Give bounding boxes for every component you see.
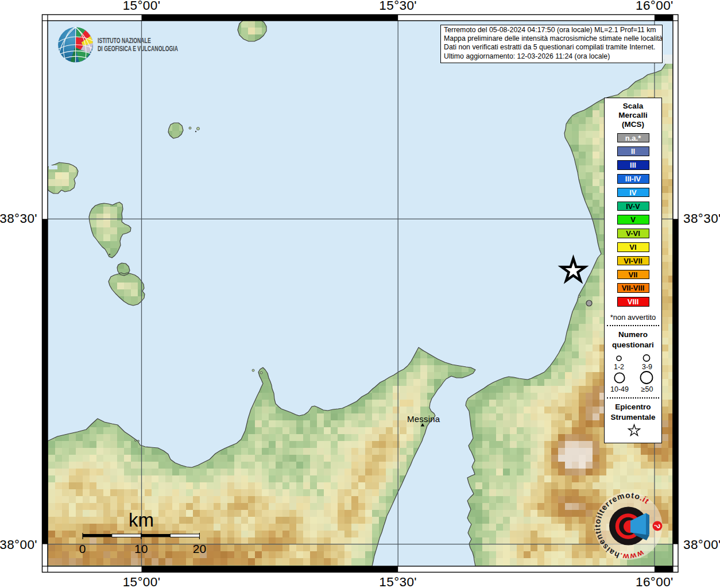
svg-text:20: 20 xyxy=(193,542,206,555)
svg-text:10: 10 xyxy=(134,542,148,555)
svg-text:10-49: 10-49 xyxy=(610,385,629,393)
svg-text:km: km xyxy=(129,509,154,531)
svg-text:0: 0 xyxy=(79,542,86,555)
svg-text:≥50: ≥50 xyxy=(641,385,653,393)
svg-text:3-9: 3-9 xyxy=(642,363,652,371)
svg-text:1-2: 1-2 xyxy=(614,363,624,371)
svg-text:Messina: Messina xyxy=(407,414,440,424)
